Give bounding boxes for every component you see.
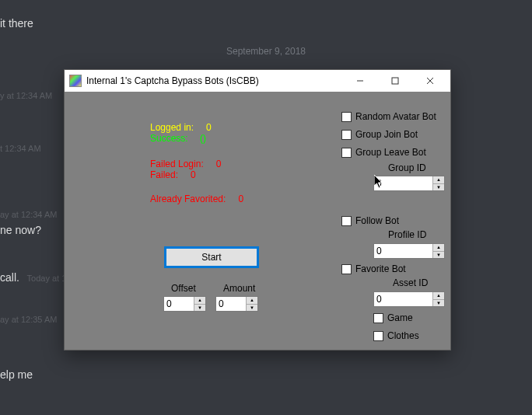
chat-message: it there	[0, 17, 33, 30]
failed-login-value: 0	[211, 159, 226, 169]
checkbox-label: Follow Bot	[355, 215, 399, 226]
failed-value: 0	[185, 169, 201, 180]
checkbox-icon	[341, 264, 352, 274]
client-area: Logged in: 0 Success: () Failed Login: 0…	[65, 92, 450, 350]
app-window: Internal 1's Captcha Bypass Bots (IsCBB)…	[64, 69, 451, 350]
title-bar[interactable]: Internal 1's Captcha Bypass Bots (IsCBB)	[65, 70, 450, 92]
group-id-input[interactable]: ▲▼	[373, 176, 445, 191]
checkbox-label: Group Join Bot	[355, 129, 418, 140]
failed-label: Failed:	[150, 169, 178, 180]
timestamp: t 12:34 AM	[0, 144, 41, 153]
spinner[interactable]: ▲▼	[246, 297, 257, 311]
random-avatar-checkbox[interactable]: Random Avatar Bot	[341, 111, 436, 122]
checkbox-icon	[341, 112, 352, 122]
failed-login-label: Failed Login:	[150, 159, 204, 169]
svg-rect-1	[392, 78, 398, 84]
logged-in-label: Logged in:	[150, 122, 194, 133]
checkbox-icon	[341, 216, 352, 226]
checkbox-label: Random Avatar Bot	[355, 111, 436, 122]
date-divider: September 9, 2018	[0, 46, 532, 57]
already-favorited-label: Already Favorited:	[150, 194, 226, 204]
amount-field[interactable]	[216, 297, 246, 311]
game-checkbox[interactable]: Game	[373, 312, 413, 323]
spinner[interactable]: ▲▼	[432, 176, 444, 190]
timestamp: ay at 12:35 AM	[0, 315, 57, 324]
maximize-button[interactable]	[377, 71, 412, 91]
checkbox-icon	[341, 148, 352, 158]
group-id-field[interactable]	[374, 176, 432, 190]
success-value: ()	[195, 133, 211, 144]
start-button[interactable]: Start	[164, 246, 259, 268]
asset-id-field[interactable]	[374, 292, 432, 306]
window-title: Internal 1's Captcha Bypass Bots (IsCBB)	[86, 75, 342, 86]
success-label: Success:	[150, 133, 188, 144]
profile-id-input[interactable]: ▲▼	[373, 243, 445, 259]
close-button[interactable]	[412, 71, 447, 91]
follow-checkbox[interactable]: Follow Bot	[341, 215, 399, 226]
chat-message: elp me	[0, 368, 33, 381]
chat-message: call.	[0, 271, 19, 284]
checkbox-label: Group Leave Bot	[355, 147, 426, 158]
timestamp: y at 12:34 AM	[0, 91, 52, 100]
timestamp: Today at 1	[27, 274, 67, 283]
timestamp: ay at 12:34 AM	[0, 210, 57, 219]
checkbox-label: Game	[387, 312, 413, 323]
checkbox-icon	[373, 331, 383, 341]
checkbox-icon	[373, 313, 383, 323]
profile-id-field[interactable]	[374, 244, 432, 258]
checkbox-label: Favorite Bot	[355, 263, 406, 274]
app-icon	[69, 75, 82, 87]
group-leave-checkbox[interactable]: Group Leave Bot	[341, 147, 426, 158]
clothes-checkbox[interactable]: Clothes	[373, 330, 419, 341]
group-id-label: Group ID	[388, 162, 426, 173]
already-favorited-value: 0	[233, 194, 249, 204]
favorite-checkbox[interactable]: Favorite Bot	[341, 263, 406, 274]
profile-id-label: Profile ID	[388, 229, 426, 240]
group-join-checkbox[interactable]: Group Join Bot	[341, 129, 418, 140]
spinner[interactable]: ▲▼	[194, 297, 205, 311]
asset-id-label: Asset ID	[393, 277, 428, 288]
spinner[interactable]: ▲▼	[432, 244, 444, 258]
offset-label: Offset	[171, 283, 196, 294]
offset-input[interactable]: ▲▼	[163, 296, 206, 312]
asset-id-input[interactable]: ▲▼	[373, 291, 445, 307]
amount-input[interactable]: ▲▼	[215, 296, 258, 312]
logged-in-value: 0	[201, 122, 216, 133]
checkbox-icon	[341, 130, 352, 140]
minimize-button[interactable]	[342, 71, 377, 91]
amount-label: Amount	[223, 283, 255, 294]
chat-message: ne now?	[0, 224, 41, 236]
offset-field[interactable]	[164, 297, 194, 311]
checkbox-label: Clothes	[387, 330, 419, 341]
spinner[interactable]: ▲▼	[432, 292, 444, 306]
